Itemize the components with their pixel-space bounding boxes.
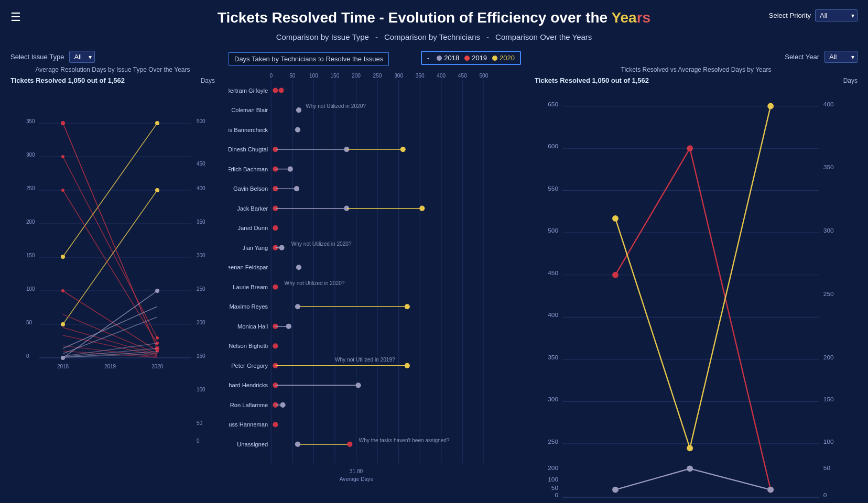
svg-point-193 <box>687 145 693 151</box>
svg-text:Coleman Blair: Coleman Blair <box>231 107 268 113</box>
legend-dot-2018 <box>437 56 442 61</box>
title-rs: rs <box>637 9 650 26</box>
svg-text:300: 300 <box>394 73 403 79</box>
svg-point-134 <box>273 343 278 348</box>
svg-text:250: 250 <box>26 185 35 191</box>
legend-2019: 2019 <box>464 54 487 62</box>
svg-text:0: 0 <box>269 73 273 79</box>
svg-point-87 <box>278 88 284 93</box>
svg-point-138 <box>405 363 410 368</box>
legend-label-2020: 2020 <box>500 54 515 62</box>
svg-text:50: 50 <box>197 420 203 426</box>
svg-text:600: 600 <box>548 143 558 150</box>
svg-point-45 <box>156 349 159 353</box>
svg-point-127 <box>295 304 300 309</box>
svg-point-198 <box>687 445 693 451</box>
legend-2020: 2020 <box>492 54 515 62</box>
priority-label: Select Priority <box>769 12 811 19</box>
issue-type-select[interactable]: All <box>69 51 95 63</box>
svg-text:100: 100 <box>548 476 558 483</box>
svg-point-149 <box>273 422 278 427</box>
svg-text:31.80: 31.80 <box>350 468 363 474</box>
svg-point-53 <box>155 289 159 293</box>
svg-text:Unassigned: Unassigned <box>237 441 268 447</box>
issue-type-select-wrapper[interactable]: All <box>69 51 95 63</box>
year-select-wrapper[interactable]: All 2018 2019 2020 <box>824 51 858 63</box>
svg-text:Peter Gregory: Peter Gregory <box>231 363 268 369</box>
svg-text:150: 150 <box>330 73 339 79</box>
svg-text:0: 0 <box>555 491 558 499</box>
svg-text:Jack Barker: Jack Barker <box>237 205 268 212</box>
svg-text:200: 200 <box>548 464 558 472</box>
svg-point-114 <box>273 225 278 231</box>
svg-point-199 <box>767 103 774 110</box>
right-info-row: Tickets Resolved 1,050 out of 1,562 Days <box>535 76 858 84</box>
nav-item-technicians[interactable]: Comparison by Technicians <box>384 32 480 41</box>
title-text1: Tickets Resolved Time <box>218 9 375 26</box>
svg-text:300: 300 <box>197 253 205 258</box>
svg-text:450: 450 <box>458 73 467 79</box>
nav-sep1: - <box>375 32 378 41</box>
svg-text:400: 400 <box>823 101 834 108</box>
svg-point-112 <box>419 206 425 211</box>
svg-line-190 <box>615 148 690 275</box>
legend-label-2018: 2018 <box>444 54 459 62</box>
svg-text:50: 50 <box>289 73 296 79</box>
priority-select[interactable]: All High Medium Low <box>815 9 858 21</box>
main-content: Select Issue Type All Average Resolution… <box>0 48 868 488</box>
nav-item-issue-type[interactable]: Comparison by Issue Type <box>276 32 369 41</box>
svg-text:100: 100 <box>309 73 318 79</box>
year-select[interactable]: All 2018 2019 2020 <box>824 51 858 63</box>
svg-text:400: 400 <box>437 73 446 79</box>
right-tickets-info: Tickets Resolved 1,050 out of 1,562 <box>535 76 649 84</box>
left-panel: Select Issue Type All Average Resolution… <box>5 48 220 488</box>
svg-text:2019: 2019 <box>104 364 116 369</box>
svg-text:Davis Bannercheck: Davis Bannercheck <box>229 127 268 133</box>
nav-item-years[interactable]: Comparison Over the Years <box>495 32 592 41</box>
svg-point-98 <box>400 147 406 152</box>
priority-selector: Select Priority All High Medium Low <box>769 9 858 21</box>
svg-point-132 <box>286 324 291 329</box>
svg-point-204 <box>767 487 774 493</box>
legend-2018: 2018 <box>437 54 459 62</box>
svg-text:100: 100 <box>197 387 205 392</box>
right-panel: Select Year All 2018 2019 2020 Tickets R… <box>529 48 863 488</box>
svg-line-196 <box>690 106 771 449</box>
right-chart-svg: 650 600 550 500 450 400 350 300 250 200 … <box>535 86 858 503</box>
svg-point-197 <box>612 215 619 222</box>
svg-text:Keenan Feldspar: Keenan Feldspar <box>229 264 268 270</box>
svg-line-191 <box>690 148 771 490</box>
left-chart-title: Average Resolution Days by Issue Type Ov… <box>10 66 215 73</box>
svg-point-123 <box>273 285 278 290</box>
svg-text:Monica Hall: Monica Hall <box>237 323 268 330</box>
left-days-label: Days <box>201 77 215 84</box>
svg-text:300: 300 <box>26 152 35 158</box>
svg-point-143 <box>355 382 361 388</box>
svg-text:350: 350 <box>823 163 834 171</box>
svg-text:150: 150 <box>823 396 834 403</box>
svg-point-203 <box>687 465 693 472</box>
svg-text:650: 650 <box>548 101 558 108</box>
svg-point-118 <box>279 245 284 250</box>
svg-text:Bertram Gilfoyle: Bertram Gilfoyle <box>229 88 268 94</box>
priority-select-wrapper[interactable]: All High Medium Low <box>815 9 858 21</box>
nav-sep2: - <box>486 32 489 41</box>
svg-text:500: 500 <box>548 227 558 234</box>
hamburger-icon[interactable]: ☰ <box>10 10 21 24</box>
svg-text:300: 300 <box>823 227 834 234</box>
year-label: Select Year <box>785 53 819 61</box>
right-chart-container: 650 600 550 500 450 400 350 300 250 200 … <box>535 86 858 503</box>
svg-point-41 <box>61 189 64 192</box>
svg-text:Jian Yang: Jian Yang <box>243 245 268 251</box>
svg-text:Erlich Bachman: Erlich Bachman <box>229 166 268 172</box>
svg-text:200: 200 <box>197 320 205 325</box>
right-days-label: Days <box>843 77 858 84</box>
svg-point-128 <box>405 304 410 309</box>
left-panel-header: Select Issue Type All <box>10 51 215 63</box>
svg-point-35 <box>61 121 65 125</box>
dot-chart: 0 50 100 150 200 250 300 350 400 450 500 <box>229 70 521 485</box>
svg-text:Why not Utilized in 2020?: Why not Utilized in 2020? <box>291 241 352 247</box>
svg-text:50: 50 <box>26 320 32 325</box>
issue-type-label: Select Issue Type <box>10 53 64 61</box>
right-panel-header: Select Year All 2018 2019 2020 <box>535 51 858 63</box>
